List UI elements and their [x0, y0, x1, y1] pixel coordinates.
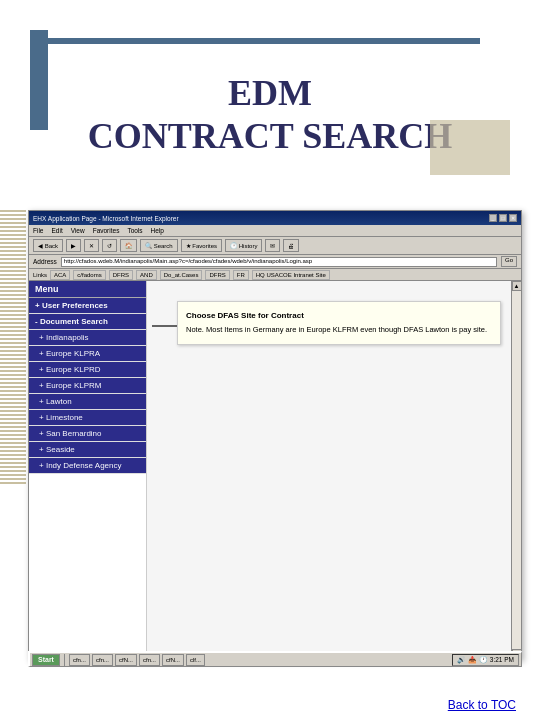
menu-favorites[interactable]: Favorites — [93, 227, 120, 234]
menu-file[interactable]: File — [33, 227, 43, 234]
browser-linksbar: Links ACA c/fadoms DFRS AND Do_at.Cases … — [29, 269, 521, 281]
browser-toolbar: ◀ Back ▶ ✕ ↺ 🏠 🔍 Search ★ Favorites 🕐 Hi… — [29, 237, 521, 255]
menu-item-san-bernardino[interactable]: San Bernardino — [29, 426, 146, 442]
back-button[interactable]: ◀ Back — [33, 239, 63, 252]
link-dfrs[interactable]: DFRS — [109, 270, 133, 280]
browser-titlebar: EHX Application Page - Microsoft Interne… — [29, 211, 521, 225]
browser-content-area: Menu User Preferences Document Search In… — [29, 281, 521, 659]
address-input[interactable]: http://cfados.wdeb.M/indianapolis/Main.a… — [61, 257, 497, 267]
header-section: EDM CONTRACT SEARCH — [0, 0, 540, 210]
links-label: Links — [33, 272, 47, 278]
right-accent-box — [430, 120, 510, 175]
menu-item-document-search[interactable]: Document Search — [29, 314, 146, 330]
menu-item-user-preferences[interactable]: User Preferences — [29, 298, 146, 314]
taskbar-divider — [64, 654, 65, 666]
note-body: Note. Most Items in Germany are in Europ… — [186, 325, 492, 336]
start-button[interactable]: Start — [32, 654, 60, 666]
left-decorative-lines — [0, 210, 26, 660]
system-tray: 🔊 📥 🕐 3:21 PM — [452, 654, 519, 666]
main-content: Choose DFAS Site for Contract Note. Most… — [147, 281, 511, 659]
link-fr[interactable]: FR — [233, 270, 249, 280]
minimize-button[interactable]: _ — [489, 214, 497, 222]
link-and[interactable]: AND — [136, 270, 157, 280]
note-title: Choose DFAS Site for Contract — [186, 310, 492, 321]
scroll-up-button[interactable]: ▲ — [512, 281, 522, 291]
taskbar-btn-1[interactable]: cfn... — [69, 654, 90, 666]
menu-item-limestone[interactable]: Limestone — [29, 410, 146, 426]
menu-help[interactable]: Help — [151, 227, 164, 234]
menu-edit[interactable]: Edit — [51, 227, 62, 234]
link-dfrs2[interactable]: DFRS — [205, 270, 229, 280]
speaker-icon: 🔊 — [457, 656, 466, 664]
browser-menubar: File Edit View Favorites Tools Help — [29, 225, 521, 237]
menu-item-lawton[interactable]: Lawton — [29, 394, 146, 410]
clock-icon: 🕐 — [479, 656, 488, 664]
title-text: EDM CONTRACT SEARCH — [88, 72, 452, 158]
browser-window-controls: _ □ ✕ — [489, 214, 517, 222]
note-box: Choose DFAS Site for Contract Note. Most… — [177, 301, 501, 345]
scrollbar[interactable]: ▲ ▼ — [511, 281, 521, 659]
close-button[interactable]: ✕ — [509, 214, 517, 222]
search-button[interactable]: 🔍 Search — [140, 239, 178, 252]
home-button[interactable]: 🏠 — [120, 239, 137, 252]
forward-button[interactable]: ▶ — [66, 239, 81, 252]
go-button[interactable]: Go — [501, 256, 517, 267]
address-label: Address — [33, 258, 57, 265]
menu-item-indianapolis[interactable]: Indianapolis — [29, 330, 146, 346]
clock-time: 3:21 PM — [490, 656, 514, 663]
back-to-toc-link[interactable]: Back to TOC — [448, 698, 516, 712]
taskbar-btn-5[interactable]: cfN... — [162, 654, 184, 666]
taskbar-btn-4[interactable]: cfn... — [139, 654, 160, 666]
mail-button[interactable]: ✉ — [265, 239, 280, 252]
print-button[interactable]: 🖨 — [283, 239, 299, 252]
link-do-cases[interactable]: Do_at.Cases — [160, 270, 203, 280]
page-title: EDM CONTRACT SEARCH — [88, 72, 452, 158]
menu-item-indy-defense[interactable]: Indy Defense Agency — [29, 458, 146, 474]
menu-item-seaside[interactable]: Seaside — [29, 442, 146, 458]
link-hq[interactable]: HQ USACOE Intranet Site — [252, 270, 330, 280]
taskbar-btn-3[interactable]: cfN... — [115, 654, 137, 666]
top-accent-bar — [48, 38, 480, 44]
history-button[interactable]: 🕐 History — [225, 239, 262, 252]
menu-tools[interactable]: Tools — [127, 227, 142, 234]
stop-button[interactable]: ✕ — [84, 239, 99, 252]
refresh-button[interactable]: ↺ — [102, 239, 117, 252]
tray-icon-2: 📥 — [468, 656, 477, 664]
menu-item-europe-klprm[interactable]: Europe KLPRM — [29, 378, 146, 394]
menu-header: Menu — [29, 281, 146, 298]
menu-item-europe-klprd[interactable]: Europe KLPRD — [29, 362, 146, 378]
favorites-button[interactable]: ★ Favorites — [181, 239, 222, 252]
menu-item-europe-klpra[interactable]: Europe KLPRA — [29, 346, 146, 362]
menu-panel: Menu User Preferences Document Search In… — [29, 281, 147, 659]
taskbar-btn-2[interactable]: cfn... — [92, 654, 113, 666]
browser-window: EHX Application Page - Microsoft Interne… — [28, 210, 522, 660]
scroll-track[interactable] — [512, 291, 522, 649]
left-accent-bar — [30, 30, 48, 130]
browser-addressbar: Address http://cfados.wdeb.M/indianapoli… — [29, 255, 521, 269]
browser-title: EHX Application Page - Microsoft Interne… — [33, 215, 179, 222]
link-aca[interactable]: ACA — [50, 270, 70, 280]
menu-view[interactable]: View — [71, 227, 85, 234]
taskbar-btn-6[interactable]: clf... — [186, 654, 205, 666]
windows-taskbar: Start cfn... cfn... cfN... cfn... cfN...… — [28, 651, 522, 667]
link-cfa[interactable]: c/fadoms — [73, 270, 105, 280]
maximize-button[interactable]: □ — [499, 214, 507, 222]
